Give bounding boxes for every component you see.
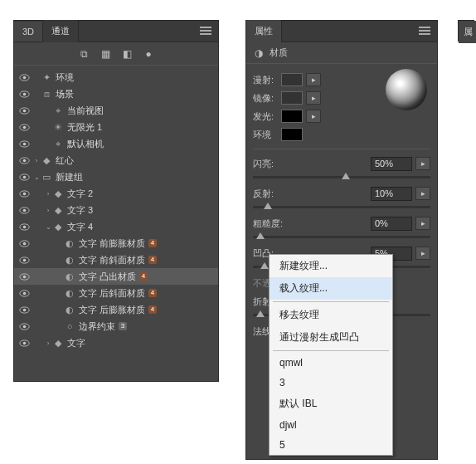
menu-item[interactable]: djwl xyxy=(270,415,392,435)
tab-extra[interactable]: 属 xyxy=(459,21,476,43)
tree-item-label: 环境 xyxy=(56,71,74,84)
visibility-eye-icon[interactable] xyxy=(17,270,31,283)
mesh-icon: ◆ xyxy=(41,154,52,166)
value-input[interactable]: 50% xyxy=(371,157,412,171)
visibility-eye-icon[interactable] xyxy=(17,87,31,100)
slider[interactable] xyxy=(253,173,430,183)
tree-item-label: 文字 凸出材质 xyxy=(79,271,136,283)
light-icon[interactable]: ● xyxy=(143,48,154,60)
visibility-eye-icon[interactable] xyxy=(17,187,31,200)
value-input[interactable]: 10% xyxy=(371,187,412,201)
visibility-eye-icon[interactable] xyxy=(17,137,31,150)
slider-thumb-icon[interactable] xyxy=(342,173,350,179)
menu-item[interactable]: 通过漫射生成凹凸 xyxy=(270,326,392,349)
tree-row[interactable]: ◐文字 前斜面材质4 xyxy=(14,252,218,268)
material-icon: ◑ xyxy=(253,47,265,59)
ambient-swatch[interactable] xyxy=(281,128,303,141)
slider[interactable] xyxy=(253,203,430,212)
mask-icon[interactable]: ◧ xyxy=(121,48,133,60)
menu-item[interactable]: qmwl xyxy=(270,353,392,373)
menu-item[interactable]: 3 xyxy=(270,373,392,393)
filter-icon[interactable]: ⧉ xyxy=(78,48,90,60)
visibility-eye-icon[interactable] xyxy=(17,104,31,117)
visibility-eye-icon[interactable] xyxy=(17,170,31,183)
specular-swatch[interactable] xyxy=(281,91,303,105)
tree-row[interactable]: ›◆文字 3 xyxy=(14,202,218,218)
visibility-eye-icon[interactable] xyxy=(17,120,31,134)
texture-menu-button[interactable]: ▸ xyxy=(415,157,430,170)
slider-thumb-icon[interactable] xyxy=(260,262,269,269)
diffuse-swatch[interactable] xyxy=(281,73,303,86)
tab-channels[interactable]: 通道 xyxy=(43,20,79,42)
tree-row[interactable]: ◐文字 前膨胀材质4 xyxy=(14,235,218,252)
svg-point-21 xyxy=(22,242,26,245)
tab-3d[interactable]: 3D xyxy=(14,22,43,42)
tree-row[interactable]: ✦环境 xyxy=(14,69,218,85)
tree-row[interactable]: ›◆文字 2 xyxy=(14,185,218,202)
chevron-right-icon[interactable]: › xyxy=(32,157,41,164)
tree-row[interactable]: ○边界约束3 xyxy=(14,318,218,335)
menu-item[interactable]: 载入纹理... xyxy=(270,277,392,300)
visibility-eye-icon[interactable] xyxy=(17,220,31,233)
visibility-eye-icon[interactable] xyxy=(17,286,31,300)
hamburger-icon xyxy=(419,27,430,35)
menu-item[interactable]: 默认 IBL xyxy=(270,393,392,415)
tree-row[interactable]: ⌖当前视图 xyxy=(14,102,218,119)
svg-point-17 xyxy=(22,208,26,212)
visibility-eye-icon[interactable] xyxy=(17,253,31,266)
constr-icon: ○ xyxy=(64,320,75,332)
trash-icon[interactable]: ▦ xyxy=(100,48,111,60)
chevron-down-icon[interactable]: ⌄ xyxy=(44,223,52,231)
panel-3d-menu[interactable] xyxy=(193,27,218,37)
emission-folder[interactable]: ▸ xyxy=(306,110,321,123)
visibility-eye-icon[interactable] xyxy=(17,320,31,333)
slider-thumb-icon[interactable] xyxy=(256,232,265,239)
tree-row[interactable]: ⌄▭新建组 xyxy=(14,169,218,185)
svg-point-11 xyxy=(22,159,26,162)
tab-properties[interactable]: 属性 xyxy=(246,20,282,42)
material-preview[interactable] xyxy=(386,69,427,110)
visibility-eye-icon[interactable] xyxy=(17,336,31,349)
chevron-right-icon[interactable]: › xyxy=(44,207,52,214)
visibility-eye-icon[interactable] xyxy=(17,237,31,250)
diffuse-folder[interactable]: ▸ xyxy=(306,73,321,86)
menu-item[interactable]: 新建纹理... xyxy=(270,255,392,277)
texture-menu-button[interactable]: ▸ xyxy=(415,247,430,260)
texture-menu-button[interactable]: ▸ xyxy=(415,187,430,200)
tree-row[interactable]: ⧈场景 xyxy=(14,85,218,102)
tree-item-label: 文字 前膨胀材质 xyxy=(79,237,145,250)
tree-row[interactable]: ⌖默认相机 xyxy=(14,135,218,152)
value-input[interactable]: 0% xyxy=(371,217,412,231)
panel-props-menu[interactable] xyxy=(412,27,437,37)
slider-thumb-icon[interactable] xyxy=(264,203,272,209)
visibility-eye-icon[interactable] xyxy=(17,71,31,84)
visibility-eye-icon[interactable] xyxy=(17,203,31,217)
link-badge: 4 xyxy=(148,239,157,247)
tree-row[interactable]: ›◆文字 xyxy=(14,335,218,351)
camera-icon: ⌖ xyxy=(52,105,64,116)
texture-menu-button[interactable]: ▸ xyxy=(415,217,430,230)
tree-row[interactable]: ◐文字 后膨胀材质4 xyxy=(14,301,218,318)
tree-row[interactable]: ◐文字 凸出材质4 xyxy=(14,268,218,285)
emission-swatch[interactable] xyxy=(281,110,303,123)
menu-separator xyxy=(273,350,389,351)
slider[interactable] xyxy=(253,232,430,242)
slider-thumb-icon[interactable] xyxy=(256,310,265,317)
menu-item[interactable]: 5 xyxy=(270,435,392,455)
specular-folder[interactable]: ▸ xyxy=(306,91,321,105)
material-icon: ◐ xyxy=(64,271,75,282)
tree-row[interactable]: ☀无限光 1 xyxy=(14,119,218,135)
tree-row[interactable]: ⌄◆文字 4 xyxy=(14,218,218,235)
tree-row[interactable]: ◐文字 后斜面材质4 xyxy=(14,285,218,301)
chevron-right-icon[interactable]: › xyxy=(44,339,52,347)
props-sublabel: 材质 xyxy=(270,46,288,59)
menu-item[interactable]: 移去纹理 xyxy=(270,304,392,326)
visibility-eye-icon[interactable] xyxy=(17,303,31,316)
chevron-right-icon[interactable]: › xyxy=(44,190,52,198)
emission-label: 发光: xyxy=(253,110,278,123)
visibility-eye-icon[interactable] xyxy=(17,154,31,167)
tree-row[interactable]: ›◆红心 xyxy=(14,152,218,169)
chevron-down-icon[interactable]: ⌄ xyxy=(32,173,41,181)
svg-point-23 xyxy=(22,258,26,261)
panel-3d-header: 3D 通道 xyxy=(14,21,218,42)
